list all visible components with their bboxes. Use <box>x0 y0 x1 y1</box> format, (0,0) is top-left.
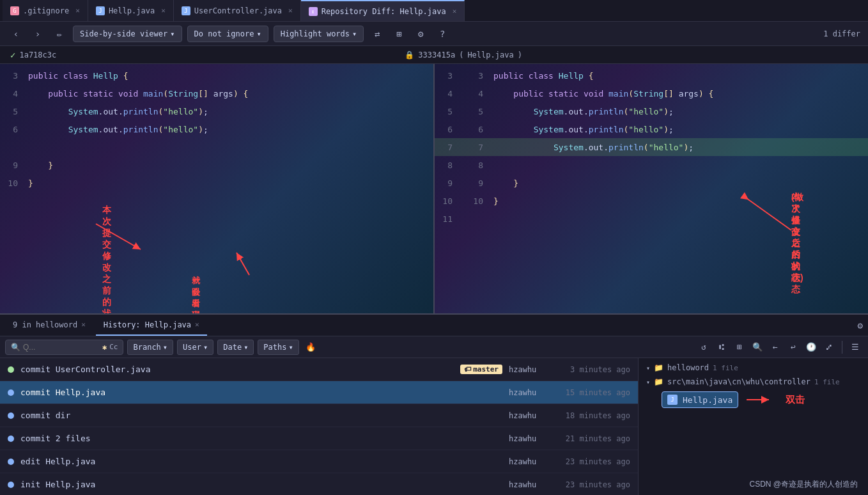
branch-dropdown[interactable]: Branch ▾ <box>127 340 173 355</box>
branch-label: Branch <box>133 343 160 352</box>
commit-msg-2: commit Hellp.java <box>20 388 502 397</box>
search-input[interactable] <box>23 343 100 352</box>
commit-item-2[interactable]: commit Hellp.java hzawhu 15 minutes ago <box>0 381 638 404</box>
lock-icon: 🔒 <box>405 51 414 59</box>
right-line-6: 6 6 System.out.println("hello"); <box>435 120 868 138</box>
commit-author-2: hzawhu <box>509 388 547 397</box>
right-section-header-2[interactable]: ▾ 📁 src\main\java\cn\whu\controller 1 fi… <box>646 377 860 386</box>
folder-icon-1: 📁 <box>654 363 663 372</box>
grid2-icon[interactable]: ⊞ <box>732 340 747 355</box>
git-icon: G <box>10 6 19 15</box>
tab-gitignore-close[interactable]: ✕ <box>75 6 80 15</box>
file-item-hellp[interactable]: J Hellp.java <box>662 391 738 408</box>
settings-icon[interactable]: ⚙ <box>412 26 429 42</box>
commit-author-5: hzawhu <box>509 457 547 466</box>
checkmark-icon: ✓ <box>10 50 15 60</box>
right-commit-hash: 3333415a <box>418 51 455 59</box>
ignore-dropdown[interactable]: Do not ignore ▾ <box>187 26 268 42</box>
commit-msg-4: commit 2 files <box>20 434 502 443</box>
commit-item-5[interactable]: edit Hellp.java hzawhu 23 minutes ago <box>0 450 638 473</box>
commit-item-3[interactable]: commit dir hzawhu 18 minutes ago <box>0 404 638 427</box>
left-line-9: 9 } <box>0 156 433 174</box>
merge-icon[interactable]: ⑇ <box>821 340 837 355</box>
right-line-10: 10 10 } <box>435 192 868 210</box>
bottom-tabs: 9 in helloword ✕ History: Hellp.java ✕ ⚙ <box>0 315 868 336</box>
right-section-helloword: ▾ 📁 helloword 1 file <box>646 363 860 372</box>
commit-msg-3: commit dir <box>20 411 502 420</box>
java-file-icon: J <box>667 395 678 405</box>
right-section-src: ▾ 📁 src\main\java\cn\whu\controller 1 fi… <box>646 377 860 411</box>
swap-icon[interactable]: ⇄ <box>369 26 385 42</box>
viewer-dropdown[interactable]: Side-by-side viewer ▾ <box>73 26 182 42</box>
branch-icon[interactable]: ⑆ <box>714 340 729 355</box>
tab-helloword[interactable]: 9 in helloword ✕ <box>5 315 93 336</box>
folder-icon-2: 📁 <box>654 377 663 386</box>
tab-hellp-close[interactable]: ✕ <box>161 6 166 15</box>
tab-history-label: History: Hellp.java <box>104 320 191 329</box>
right-line-5: 5 5 System.out.println("hello"); <box>435 102 868 120</box>
diff-count: 1 differ <box>823 29 860 38</box>
forward-button[interactable]: › <box>29 26 46 42</box>
highlight-label: Highlight words <box>281 29 350 38</box>
user-dropdown[interactable]: User ▾ <box>177 340 213 355</box>
commit-item-4[interactable]: commit 2 files hzawhu 21 minutes ago <box>0 427 638 450</box>
refresh-icon[interactable]: ↺ <box>696 340 711 355</box>
chevron-down-icon-1: ▾ <box>646 365 650 372</box>
double-click-label: 双击 <box>786 394 805 406</box>
left-line-4: 4 public static void main(String[] args)… <box>0 84 433 102</box>
commit-tag-1: 🏷 master <box>460 365 502 374</box>
commit-item-6[interactable]: init Hellp.java hzawhu 23 minutes ago <box>0 473 638 495</box>
tab-hellp[interactable]: J Hellp.java ✕ <box>88 0 174 21</box>
commit-time-6: 23 minutes ago <box>554 480 630 489</box>
watermark: CSDN @奇迹是执着的人创造的 <box>749 479 858 490</box>
section2-label: src\main\java\cn\whu\controller <box>667 377 810 386</box>
commit-bar: ✓ 1a718c3c 🔒 3333415a ( Hellp.java ) <box>0 46 868 64</box>
viewer-label: Side-by-side viewer <box>80 29 167 38</box>
toolbar: ‹ › ✏ Side-by-side viewer ▾ Do not ignor… <box>0 22 868 46</box>
commit-time-2: 15 minutes ago <box>554 388 630 397</box>
java-icon-2: J <box>182 6 190 15</box>
commit-msg-5: edit Hellp.java <box>20 457 502 466</box>
list-icon[interactable]: ☰ <box>848 340 863 355</box>
java-icon-1: J <box>96 6 105 15</box>
bottom-gear-icon[interactable]: ⚙ <box>858 320 863 331</box>
right-section-header-1[interactable]: ▾ 📁 helloword 1 file <box>646 363 860 372</box>
grid-icon[interactable]: ⊞ <box>391 26 407 42</box>
find-icon[interactable]: 🔍 <box>750 340 765 355</box>
left-line-empty <box>0 138 433 156</box>
user-label: User <box>183 343 201 352</box>
tab-helloword-close[interactable]: ✕ <box>81 320 86 329</box>
search-box[interactable]: 🔍 ✱ Cc <box>5 340 123 355</box>
right-line-4: 4 4 public static void main(String[] arg… <box>435 84 868 102</box>
commit-dot-3 <box>8 412 14 419</box>
highlight-dropdown[interactable]: Highlight words ▾ <box>274 26 364 42</box>
edit-button[interactable]: ✏ <box>51 26 68 42</box>
undo-icon[interactable]: ↩ <box>786 340 801 355</box>
tab-usercontroller-close[interactable]: ✕ <box>288 6 293 15</box>
paths-dropdown[interactable]: Paths ▾ <box>258 340 298 355</box>
right-line-7: 7 7 System.out.println("hello"); <box>435 138 868 156</box>
chevron-down-icon-2: ▾ <box>646 379 650 386</box>
commit-author-6: hzawhu <box>509 480 547 489</box>
tab-gitignore[interactable]: G .gitignore ✕ <box>3 0 88 21</box>
help-icon[interactable]: ? <box>434 26 451 42</box>
commit-author-4: hzawhu <box>509 434 547 443</box>
commit-author-3: hzawhu <box>509 411 547 420</box>
date-dropdown[interactable]: Date ▾ <box>217 340 254 355</box>
tab-bar: G .gitignore ✕ J Hellp.java ✕ J UserCont… <box>0 0 868 22</box>
arrow-left-icon[interactable]: ← <box>768 340 783 355</box>
tab-repodiff[interactable]: ↕ Repository Diff: Hellp.java ✕ <box>301 0 465 21</box>
section1-label: helloword <box>667 363 709 372</box>
bottom-panel: 9 in helloword ✕ History: Hellp.java ✕ ⚙… <box>0 313 868 495</box>
tab-history[interactable]: History: Hellp.java ✕ <box>96 315 207 336</box>
commit-list: commit UserController.java 🏷 master hzaw… <box>0 358 638 495</box>
clock-icon[interactable]: 🕐 <box>803 340 819 355</box>
tab-history-close[interactable]: ✕ <box>195 320 199 329</box>
tab-usercontroller[interactable]: J UserController.java ✕ <box>174 0 301 21</box>
commit-item-1[interactable]: commit UserController.java 🏷 master hzaw… <box>0 358 638 381</box>
back-button[interactable]: ‹ <box>8 26 24 42</box>
flame-icon[interactable]: 🔥 <box>303 340 318 355</box>
tab-repodiff-close[interactable]: ✕ <box>453 7 457 15</box>
paths-label: Paths <box>263 343 286 352</box>
commit-author-1: hzawhu <box>509 365 547 374</box>
